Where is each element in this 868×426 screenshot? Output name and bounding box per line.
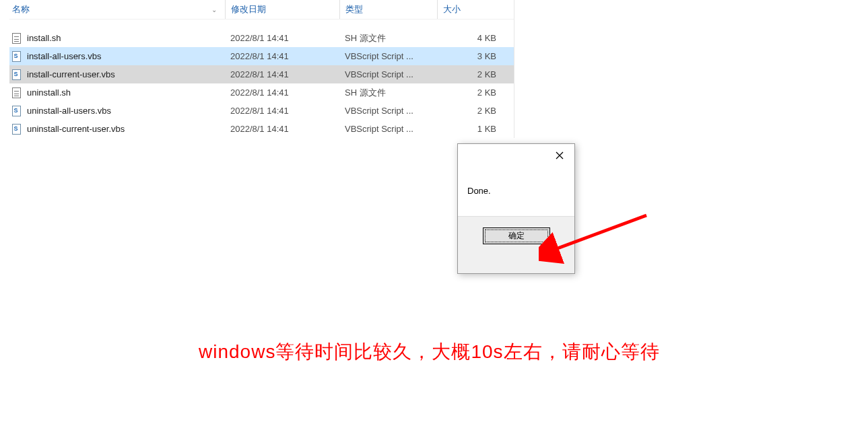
file-size-cell: 2 KB xyxy=(437,106,504,116)
dialog-message: Done. xyxy=(458,167,574,217)
dialog-titlebar xyxy=(458,144,574,167)
column-header-size-label: 大小 xyxy=(443,3,461,15)
file-size-cell: 2 KB xyxy=(437,69,504,79)
file-type-cell: SH 源文件 xyxy=(339,87,437,99)
ok-button-label: 确定 xyxy=(508,230,525,242)
caret-down-icon: ⌄ xyxy=(211,6,217,13)
file-name-label: install-all-users.vbs xyxy=(27,51,102,61)
file-date-cell: 2022/8/1 14:41 xyxy=(225,33,339,43)
file-name-cell: uninstall-all-users.vbs xyxy=(9,106,225,116)
file-type-cell: VBScript Script ... xyxy=(339,106,437,116)
file-name-cell: install-all-users.vbs xyxy=(9,51,225,62)
column-header-date[interactable]: 修改日期 xyxy=(225,0,339,19)
vbs-file-icon xyxy=(11,124,22,135)
annotation-caption: windows等待时间比较久，大概10s左右，请耐心等待 xyxy=(199,339,660,365)
column-header-type[interactable]: 类型 xyxy=(339,0,437,19)
column-header-name-label: 名称 xyxy=(12,3,30,15)
sh-file-icon xyxy=(11,33,22,44)
file-type-cell: VBScript Script ... xyxy=(339,124,437,134)
file-size-cell: 4 KB xyxy=(437,33,504,43)
file-row[interactable]: uninstall-all-users.vbs2022/8/1 14:41VBS… xyxy=(9,102,514,120)
message-dialog: Done. 确定 xyxy=(457,143,575,274)
file-list-panel: 名称 ⌄ 修改日期 类型 大小 install.sh2022/8/1 14:41… xyxy=(9,0,514,138)
file-type-cell: VBScript Script ... xyxy=(339,69,437,79)
vbs-file-icon xyxy=(11,106,22,116)
sh-file-icon xyxy=(11,87,22,98)
file-name-cell: install.sh xyxy=(9,33,225,44)
file-name-label: install.sh xyxy=(27,33,61,43)
close-icon[interactable] xyxy=(550,147,569,164)
file-date-cell: 2022/8/1 14:41 xyxy=(225,106,339,116)
vbs-file-icon xyxy=(11,51,22,62)
file-name-cell: install-current-user.vbs xyxy=(9,69,225,80)
column-header-name[interactable]: 名称 ⌄ xyxy=(9,0,225,19)
dialog-footer: 确定 xyxy=(458,217,574,254)
ok-button[interactable]: 确定 xyxy=(483,227,550,244)
file-size-cell: 3 KB xyxy=(437,51,504,61)
file-date-cell: 2022/8/1 14:41 xyxy=(225,87,339,98)
file-name-label: install-current-user.vbs xyxy=(27,69,115,79)
file-name-cell: uninstall.sh xyxy=(9,87,225,98)
file-row[interactable]: uninstall-current-user.vbs2022/8/1 14:41… xyxy=(9,120,514,138)
file-date-cell: 2022/8/1 14:41 xyxy=(225,69,339,79)
file-name-label: uninstall-all-users.vbs xyxy=(27,106,111,116)
file-date-cell: 2022/8/1 14:41 xyxy=(225,124,339,134)
column-header-type-label: 类型 xyxy=(345,3,363,15)
file-row[interactable]: install-all-users.vbs2022/8/1 14:41VBScr… xyxy=(9,47,514,65)
file-row[interactable]: install-current-user.vbs2022/8/1 14:41VB… xyxy=(9,65,514,83)
file-rows: install.sh2022/8/1 14:41SH 源文件4 KBinstal… xyxy=(9,20,514,138)
file-row[interactable]: install.sh2022/8/1 14:41SH 源文件4 KB xyxy=(9,29,514,47)
vbs-file-icon xyxy=(11,69,22,80)
column-headers: 名称 ⌄ 修改日期 类型 大小 xyxy=(9,0,514,19)
file-name-label: uninstall-current-user.vbs xyxy=(27,124,125,134)
column-header-size[interactable]: 大小 xyxy=(437,0,504,19)
file-name-cell: uninstall-current-user.vbs xyxy=(9,124,225,135)
file-type-cell: VBScript Script ... xyxy=(339,51,437,61)
file-name-label: uninstall.sh xyxy=(27,87,71,98)
file-size-cell: 2 KB xyxy=(437,87,504,98)
file-row[interactable]: uninstall.sh2022/8/1 14:41SH 源文件2 KB xyxy=(9,83,514,102)
file-size-cell: 1 KB xyxy=(437,124,504,134)
column-header-date-label: 修改日期 xyxy=(231,3,266,15)
file-type-cell: SH 源文件 xyxy=(339,32,437,44)
file-date-cell: 2022/8/1 14:41 xyxy=(225,51,339,61)
